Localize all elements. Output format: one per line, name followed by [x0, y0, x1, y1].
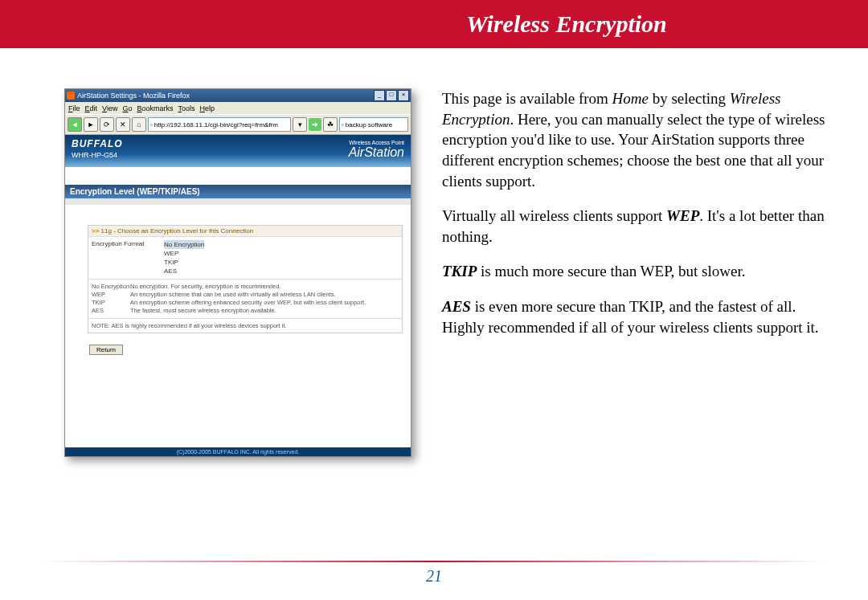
menu-help[interactable]: Help — [199, 104, 215, 112]
paragraph-2: Virtually all wireless clients support W… — [442, 206, 836, 247]
desc-none-val: No encryption. For security, encryption … — [130, 283, 280, 291]
gray-band — [65, 198, 411, 205]
description-table: No EncryptionNo encryption. For security… — [88, 279, 402, 318]
desc-wep-val: An encryption scheme that can be used wi… — [130, 291, 336, 299]
router-page: BUFFALO WHR-HP-G54 Wireless Access Point… — [65, 135, 411, 456]
airstation-label: Wireless Access Point AirStation — [349, 140, 404, 160]
option-tkip[interactable]: TKIP — [164, 258, 204, 267]
encryption-panel: >> 11g - Choose an Encryption Level for … — [88, 225, 403, 333]
home-ref: Home — [612, 90, 649, 107]
dropdown-button[interactable]: ▾ — [293, 117, 307, 132]
option-wep[interactable]: WEP — [164, 249, 204, 258]
browser-titlebar: AirStation Settings - Mozilla Firefox _ … — [65, 89, 411, 102]
search-text: backup software — [346, 121, 392, 129]
ap-small: Wireless Access Point — [349, 140, 404, 145]
menu-view[interactable]: View — [102, 104, 117, 112]
text-column: This page is available from Home by sele… — [442, 88, 836, 457]
menu-tools[interactable]: Tools — [178, 104, 194, 112]
wep-term: WEP — [666, 207, 699, 224]
browser-window: AirStation Settings - Mozilla Firefox _ … — [64, 88, 411, 457]
footer-divider — [40, 561, 828, 562]
address-bar[interactable]: ▫ http://192.168.11.1/cgi-bin/cgi?req=fr… — [148, 117, 291, 132]
option-aes[interactable]: AES — [164, 267, 204, 276]
section-title: Encryption Level (WEP/TKIP/AES) — [65, 185, 411, 198]
maximize-button[interactable]: □ — [386, 90, 397, 101]
ap-big: AirStation — [349, 145, 404, 160]
menu-bookmarks[interactable]: Bookmarks — [137, 104, 173, 112]
return-button[interactable]: Return — [89, 345, 123, 355]
router-footer: (C)2000-2005 BUFFALO INC. All rights res… — [65, 447, 411, 456]
option-no-encryption[interactable]: No Encryption — [164, 240, 204, 249]
screenshot-column: AirStation Settings - Mozilla Firefox _ … — [64, 88, 418, 457]
browser-toolbar: ◄ ► ⟳ ✕ ⌂ ▫ http://192.168.11.1/cgi-bin/… — [65, 114, 411, 135]
reload-button[interactable]: ⟳ — [100, 117, 114, 132]
window-controls: _ □ × — [374, 90, 409, 101]
window-title: AirStation Settings - Mozilla Firefox — [77, 92, 190, 100]
search-field[interactable]: ▫ backup software — [339, 117, 408, 132]
note-text: NOTE: AES is highly recommended if all y… — [88, 318, 402, 333]
content-row: AirStation Settings - Mozilla Firefox _ … — [0, 48, 868, 457]
encryption-format-label: Encryption Format — [92, 240, 164, 276]
encryption-format-row: Encryption Format No Encryption WEP TKIP… — [88, 236, 402, 279]
desc-aes-key: AES — [92, 307, 130, 315]
desc-wep-key: WEP — [92, 291, 130, 299]
arrows-icon: >> — [92, 227, 99, 235]
panel-title: >> 11g - Choose an Encryption Level for … — [88, 226, 402, 236]
go-button[interactable]: ➜ — [309, 118, 321, 131]
minimize-button[interactable]: _ — [374, 90, 385, 101]
panel-title-text: 11g - Choose an Encryption Level for thi… — [101, 227, 253, 235]
desc-aes-val: The fastest, most secure wireless encryp… — [130, 307, 276, 315]
router-header: BUFFALO WHR-HP-G54 Wireless Access Point… — [65, 135, 411, 167]
stop-button[interactable]: ✕ — [116, 117, 130, 132]
paragraph-4: AES is even more secure than TKIP, and t… — [442, 296, 836, 337]
page-title: Wireless Encryption — [466, 10, 667, 38]
browser-menubar: File Edit View Go Bookmarks Tools Help — [65, 102, 411, 114]
paragraph-3: TKIP is much more secure than WEP, but s… — [442, 261, 836, 282]
paragraph-1: This page is available from Home by sele… — [442, 88, 836, 191]
header-banner: Wireless Encryption — [0, 0, 868, 48]
menu-file[interactable]: File — [68, 104, 80, 112]
forward-button[interactable]: ► — [84, 117, 98, 132]
tkip-term: TKIP — [442, 263, 477, 280]
home-button[interactable]: ⌂ — [132, 117, 146, 132]
menu-edit[interactable]: Edit — [85, 104, 98, 112]
address-text: http://192.168.11.1/cgi-bin/cgi?req=frm&… — [154, 121, 278, 129]
aes-term: AES — [442, 298, 471, 315]
page-number: 21 — [0, 567, 868, 586]
desc-tkip-key: TKIP — [92, 299, 130, 307]
close-button[interactable]: × — [398, 90, 409, 101]
tool-icon[interactable]: ☘ — [323, 117, 338, 132]
firefox-icon — [67, 92, 75, 100]
page-footer: 21 — [0, 561, 868, 586]
back-button[interactable]: ◄ — [68, 117, 82, 132]
encryption-options[interactable]: No Encryption WEP TKIP AES — [164, 240, 204, 276]
desc-tkip-val: An encryption scheme offering enhanced s… — [130, 299, 366, 307]
menu-go[interactable]: Go — [122, 104, 132, 112]
desc-none-key: No Encryption — [92, 283, 130, 291]
